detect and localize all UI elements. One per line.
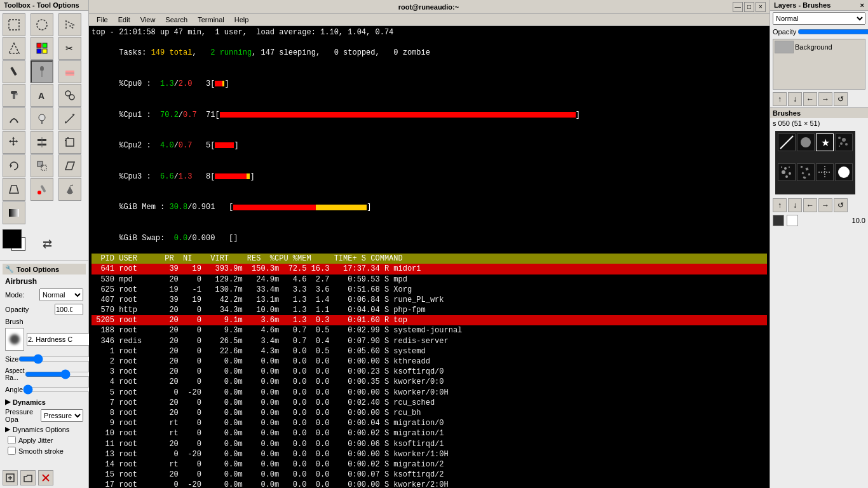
- brushes-up-button[interactable]: ↑: [773, 198, 787, 212]
- menu-terminal[interactable]: Terminal: [195, 15, 227, 24]
- delete-button[interactable]: [38, 470, 53, 485]
- process-row-10[interactable]: 10 root rt 0 0.0m 0.0m 0.0 0.0 0:00.02 S…: [92, 428, 767, 438]
- process-row-7[interactable]: 7 root 20 0 0.0m 0.0m 0.0 0.0 0:02.40 S …: [92, 398, 767, 408]
- brushes-right-button[interactable]: →: [818, 198, 832, 212]
- brushes-left-button[interactable]: ←: [803, 198, 817, 212]
- size-label: Size: [5, 355, 18, 363]
- pencil-tool[interactable]: [3, 60, 25, 83]
- brush-thumb-6[interactable]: [797, 163, 815, 181]
- dodge-burn-tool[interactable]: [31, 107, 53, 130]
- process-row-2[interactable]: 2 root 20 0 0.0m 0.0m 0.0 0.0 0:00.00 S …: [92, 356, 767, 367]
- opacity-row: Opacity: [3, 302, 86, 316]
- process-row-188[interactable]: 188 root 20 0 9.3m 4.6m 0.7 0.5 0:02.99 …: [92, 325, 767, 336]
- eraser-tool[interactable]: [58, 60, 81, 83]
- right-panel-close-icon[interactable]: ×: [860, 1, 864, 9]
- svg-rect-10: [41, 71, 43, 77]
- brush-thumb-5[interactable]: [778, 163, 796, 181]
- layer-down-button[interactable]: ↓: [788, 92, 802, 106]
- layer-reset-button[interactable]: ↺: [834, 92, 848, 106]
- close-button[interactable]: ×: [756, 2, 766, 12]
- brush-thumb-3[interactable]: ★: [816, 133, 834, 151]
- smooth-stroke-checkbox[interactable]: [8, 447, 16, 455]
- process-row-4[interactable]: 4 root 20 0 0.0m 0.0m 0.0 0.0 0:00.35 S …: [92, 377, 767, 387]
- ellipse-select-tool[interactable]: [31, 13, 53, 36]
- smudge-tool[interactable]: [3, 107, 25, 130]
- menu-help[interactable]: Help: [232, 15, 252, 24]
- rotate-tool[interactable]: [3, 154, 25, 177]
- layer-left-button[interactable]: ←: [803, 92, 817, 106]
- process-row-14[interactable]: 14 root rt 0 0.0m 0.0m 0.0 0.0 0:00.02 S…: [92, 459, 767, 470]
- clone-tool[interactable]: [58, 84, 81, 107]
- process-row-9[interactable]: 9 root rt 0 0.0m 0.0m 0.0 0.0 0:00.04 S …: [92, 418, 767, 428]
- shear-tool[interactable]: [58, 154, 81, 177]
- scale-tool[interactable]: [31, 154, 53, 177]
- open-image-button[interactable]: [20, 470, 36, 485]
- brush-thumb-7[interactable]: [816, 163, 834, 181]
- new-image-button[interactable]: [3, 470, 18, 485]
- dynamics-options[interactable]: ▶ Dynamics Options: [3, 424, 86, 435]
- brush-preview-label: s 050 (51 × 51): [773, 119, 820, 127]
- swap-colors-icon[interactable]: ⇄: [43, 237, 52, 251]
- brush-thumb-8[interactable]: [835, 163, 853, 181]
- move-tool[interactable]: [3, 131, 25, 154]
- process-row-11[interactable]: 11 root 20 0 0.0m 0.0m 0.0 0.0 0:00.06 S…: [92, 439, 767, 449]
- brush-thumb-4[interactable]: [835, 133, 853, 151]
- align-tool[interactable]: [31, 131, 53, 154]
- process-row-13[interactable]: 13 root 0 -20 0.0m 0.0m 0.0 0.0 0:00.00 …: [92, 449, 767, 459]
- brush-swatch-dark[interactable]: [773, 215, 784, 226]
- airbrush-tool[interactable]: [3, 84, 25, 107]
- crop-tool[interactable]: [58, 131, 81, 154]
- perspective-tool[interactable]: [3, 178, 25, 201]
- process-row-407[interactable]: 407 root 39 19 42.2m 13.1m 1.3 1.4 0:06.…: [92, 295, 767, 305]
- layer-mode-select[interactable]: Normal: [773, 12, 865, 25]
- gradient-tool[interactable]: [3, 201, 25, 224]
- process-row-1[interactable]: 1 root 20 0 22.6m 4.3m 0.0 0.5 0:05.60 S…: [92, 346, 767, 356]
- brush-thumb-2[interactable]: [797, 133, 815, 151]
- process-row-3[interactable]: 3 root 20 0 0.0m 0.0m 0.0 0.0 0:00.23 S …: [92, 367, 767, 377]
- minimize-button[interactable]: —: [733, 2, 743, 12]
- pressure-opacity-select[interactable]: Pressure: [41, 409, 83, 422]
- layer-item[interactable]: Background: [773, 39, 865, 55]
- fuzzy-select-tool[interactable]: [3, 37, 25, 60]
- layer-opacity-slider[interactable]: [797, 27, 868, 36]
- process-row-346[interactable]: 346 redis 20 0 26.5m 3.4m 0.7 0.4 0:07.9…: [92, 336, 767, 346]
- brush-swatch-light[interactable]: [787, 215, 798, 226]
- layer-up-button[interactable]: ↑: [773, 92, 787, 106]
- paintbrush-tool[interactable]: [31, 60, 53, 83]
- text-tool[interactable]: A: [31, 84, 53, 107]
- dynamics-label[interactable]: ▶ Dynamics: [3, 396, 86, 407]
- process-row-625[interactable]: 625 root 19 -1 130.7m 33.4m 3.3 3.6 0:51…: [92, 285, 767, 295]
- menu-edit[interactable]: Edit: [116, 15, 133, 24]
- measure-tool[interactable]: [58, 107, 81, 130]
- scissors-select-tool[interactable]: ✂: [58, 37, 81, 60]
- process-row-15[interactable]: 15 root 20 0 0.0m 0.0m 0.0 0.0 0:00.07 S…: [92, 470, 767, 480]
- foreground-swatch[interactable]: [3, 229, 22, 248]
- process-row-641[interactable]: 641 root 39 19 393.9m 150.3m 72.5 16.3 1…: [92, 264, 767, 274]
- menu-view[interactable]: View: [138, 15, 158, 24]
- menu-file[interactable]: File: [94, 15, 111, 24]
- by-color-select-tool[interactable]: [31, 37, 53, 60]
- layer-right-button[interactable]: →: [818, 92, 832, 106]
- tool-options-header[interactable]: 🔧 Tool Options: [3, 264, 86, 274]
- maximize-button[interactable]: □: [744, 2, 754, 12]
- brush-preview[interactable]: [5, 328, 24, 351]
- brushes-down-button[interactable]: ↓: [788, 198, 802, 212]
- process-row-530[interactable]: 530 mpd 20 0 129.2m 24.9m 4.6 2.7 0:59.5…: [92, 274, 767, 285]
- mode-select[interactable]: Normal: [39, 288, 83, 301]
- terminal-content[interactable]: top - 21:01:58 up 47 min, 1 user, load a…: [89, 26, 770, 488]
- color-picker-tool[interactable]: [31, 178, 53, 201]
- apply-jitter-checkbox[interactable]: [8, 436, 16, 444]
- process-row-5[interactable]: 5 root 0 -20 0.0m 0.0m 0.0 0.0 0:00.00 S…: [92, 388, 767, 398]
- free-select-tool[interactable]: [58, 13, 81, 36]
- brushes-reset-button[interactable]: ↺: [834, 198, 848, 212]
- brush-thumb-1[interactable]: [778, 133, 796, 151]
- tasks-line: Tasks: 149 total, 2 running, 147 sleepin…: [92, 37, 767, 69]
- process-row-8[interactable]: 8 root 20 0 0.0m 0.0m 0.0 0.0 0:00.00 S …: [92, 408, 767, 418]
- process-row-570[interactable]: 570 http 20 0 34.3m 10.0m 1.3 1.1 0:04.0…: [92, 305, 767, 315]
- opacity-input[interactable]: [55, 304, 83, 315]
- process-row-5205[interactable]: 5205 root 20 0 9.1m 3.6m 1.3 0.3 0:01.60…: [92, 315, 767, 325]
- fill-tool[interactable]: [58, 178, 81, 201]
- rect-select-tool[interactable]: [3, 13, 25, 36]
- process-row-17[interactable]: 17 root 0 -20 0.0m 0.0m 0.0 0.0 0:00.00 …: [92, 480, 767, 488]
- menu-search[interactable]: Search: [163, 15, 190, 24]
